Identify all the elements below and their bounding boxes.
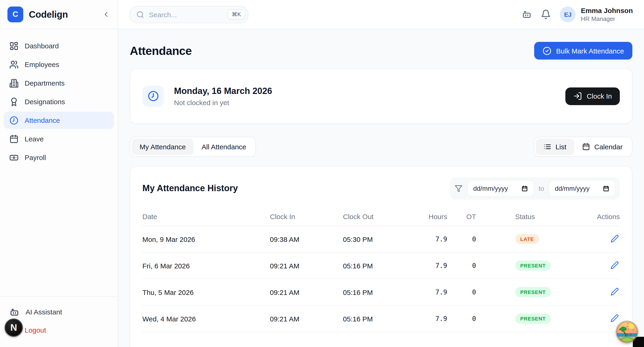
edit-attendance-button[interactable] <box>610 313 620 325</box>
column-header-clock-out: Clock Out <box>343 213 408 221</box>
bell-icon <box>541 9 551 19</box>
main-column: Search... ⌘K EJ Emma Johnson HR Manager <box>118 0 644 347</box>
attendance-tabs: My AttendanceAll Attendance <box>130 137 256 157</box>
table-header-row: DateClock InClock OutHoursOTStatusAction… <box>142 207 620 226</box>
calendar-icon <box>9 134 18 143</box>
cell-status: PRESENT <box>476 287 590 297</box>
sidebar-item-leave[interactable]: Leave <box>4 130 114 147</box>
status-badge: PRESENT <box>515 261 551 271</box>
search-input[interactable]: Search... ⌘K <box>129 6 248 23</box>
column-header-ot: OT <box>447 213 476 221</box>
calendar-picker-icon[interactable] <box>602 185 610 192</box>
tab-all-attendance[interactable]: All Attendance <box>194 139 254 155</box>
date-filter-group: dd/mm/yyyy to dd/mm/yyyy <box>450 177 620 200</box>
cell-date: Fri, 6 Mar 2026 <box>142 262 270 270</box>
page-header: Attendance Bulk Mark Attendance <box>130 42 632 59</box>
cell-status: LATE <box>476 234 590 244</box>
history-header: My Attendance History dd/mm/yyyy to <box>142 167 620 207</box>
sidebar-item-label: Departments <box>25 79 65 87</box>
brand-name: Codelign <box>29 9 96 20</box>
tab-my-attendance[interactable]: My Attendance <box>132 139 194 155</box>
edit-attendance-button[interactable] <box>610 286 620 298</box>
tabs-row: My AttendanceAll Attendance ListCalendar <box>130 137 632 157</box>
sidebar: C Codelign DashboardEmployeesDepartments… <box>0 0 118 347</box>
calendar-picker-icon[interactable] <box>521 185 528 192</box>
logout-label: Logout <box>25 326 46 334</box>
sidebar-item-employees[interactable]: Employees <box>4 56 114 73</box>
clock-icon <box>9 116 18 125</box>
date-to-input[interactable]: dd/mm/yyyy <box>549 180 615 196</box>
cell-clock-out: 05:16 PM <box>343 288 408 296</box>
chevron-left-icon <box>102 10 110 18</box>
bulk-mark-attendance-button[interactable]: Bulk Mark Attendance <box>534 42 632 59</box>
sidebar-item-payroll[interactable]: Payroll <box>4 149 114 166</box>
nextjs-dev-badge[interactable]: N <box>5 319 23 337</box>
brand-logo: C <box>8 6 23 22</box>
cell-ot: 0 <box>447 262 476 269</box>
sidebar-item-label: Leave <box>25 135 44 143</box>
clock-tile <box>142 85 164 107</box>
page-title: Attendance <box>130 44 192 57</box>
view-toggle-label: Calendar <box>594 143 622 151</box>
notifications-button[interactable] <box>541 9 551 19</box>
status-badge: LATE <box>515 234 539 244</box>
status-badge: PRESENT <box>515 287 551 297</box>
history-title: My Attendance History <box>142 183 238 194</box>
column-header-actions: Actions <box>590 213 620 221</box>
to-label: to <box>538 185 544 192</box>
clock-in-button[interactable]: Clock In <box>565 87 620 105</box>
date-from-placeholder: dd/mm/yyyy <box>473 185 508 192</box>
cell-status: PRESENT <box>476 261 590 271</box>
view-calendar-button[interactable]: Calendar <box>574 139 630 155</box>
attendance-history-card: My Attendance History dd/mm/yyyy to <box>130 166 632 347</box>
sidebar-item-label: Payroll <box>25 153 46 161</box>
cell-clock-out: 05:30 PM <box>343 235 408 243</box>
sidebar-footer: AI Assistant Logout N <box>0 296 118 347</box>
cell-status: PRESENT <box>476 314 590 324</box>
pencil-icon <box>610 314 619 322</box>
award-icon <box>9 97 18 106</box>
date-to-placeholder: dd/mm/yyyy <box>555 185 590 192</box>
view-toggle-label: List <box>556 143 566 151</box>
sidebar-item-departments[interactable]: Departments <box>4 74 114 92</box>
cell-hours: 7.9 <box>408 235 447 243</box>
page-content: Attendance Bulk Mark Attendance Monday, … <box>118 29 644 347</box>
date-from-input[interactable]: dd/mm/yyyy <box>468 180 534 196</box>
vacation-island-badge[interactable] <box>616 322 638 342</box>
search-placeholder: Search... <box>149 10 223 18</box>
cell-actions <box>590 313 620 325</box>
sidebar-item-label: Dashboard <box>25 42 59 50</box>
sidebar-item-designations[interactable]: Designations <box>4 93 114 110</box>
cell-clock-in: 09:21 AM <box>270 288 343 296</box>
clock-icon <box>147 90 159 102</box>
cell-date: Wed, 4 Mar 2026 <box>142 315 270 323</box>
clock-in-label: Clock In <box>587 92 612 100</box>
sidebar-item-ai-assistant[interactable]: AI Assistant <box>4 303 114 321</box>
app-root: C Codelign DashboardEmployeesDepartments… <box>0 0 644 347</box>
ai-assistant-button[interactable] <box>522 9 532 19</box>
topbar: Search... ⌘K EJ Emma Johnson HR Manager <box>118 0 644 29</box>
edit-attendance-button[interactable] <box>610 233 620 245</box>
view-list-button[interactable]: List <box>536 139 574 155</box>
banknote-icon <box>9 153 18 162</box>
status-badge: PRESENT <box>515 314 551 324</box>
sidebar-item-dashboard[interactable]: Dashboard <box>4 37 114 54</box>
search-icon <box>136 10 144 18</box>
list-icon <box>544 143 552 151</box>
table-row: Wed, 4 Mar 202609:21 AM05:16 PM7.90PRESE… <box>142 306 620 332</box>
user-info: Emma Johnson HR Manager <box>581 6 633 22</box>
table-row: Fri, 6 Mar 202609:21 AM05:16 PM7.90PRESE… <box>142 253 620 279</box>
user-menu[interactable]: EJ Emma Johnson HR Manager <box>560 6 633 22</box>
cell-hours: 7.9 <box>408 262 447 269</box>
sidebar-item-attendance[interactable]: Attendance <box>4 112 114 129</box>
topbar-right: EJ Emma Johnson HR Manager <box>522 6 633 22</box>
cell-clock-in: 09:38 AM <box>270 235 343 243</box>
sidebar-collapse-button[interactable] <box>102 10 110 18</box>
column-header-status: Status <box>476 213 590 221</box>
search-shortcut-badge: ⌘K <box>228 9 245 19</box>
cell-actions <box>590 260 620 271</box>
user-role: HR Manager <box>581 15 633 22</box>
edit-attendance-button[interactable] <box>610 260 620 271</box>
log-in-icon <box>573 92 582 100</box>
tab-label: All Attendance <box>202 143 246 151</box>
